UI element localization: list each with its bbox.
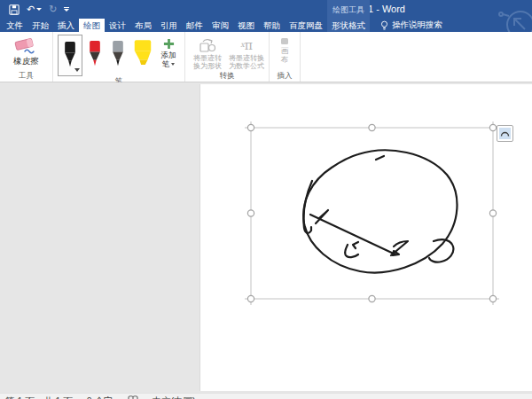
- undo-dropdown-caret[interactable]: [36, 8, 42, 11]
- tab-mailings[interactable]: 邮件: [182, 19, 207, 32]
- handle-bottom-center: [369, 295, 375, 301]
- handle-top-right: [489, 124, 496, 130]
- layout-options-button[interactable]: [497, 125, 513, 142]
- tab-baidu-netdisk[interactable]: 百度网盘: [285, 19, 327, 32]
- group-label-convert: 转换: [220, 71, 235, 82]
- tab-help[interactable]: 帮助: [259, 19, 285, 32]
- tab-draw[interactable]: 绘图: [79, 19, 105, 32]
- tab-insert[interactable]: 插入: [53, 19, 79, 32]
- ribbon-group-tools: 橡皮擦 工具: [0, 32, 53, 82]
- add-pen-label-line2: 笔: [162, 60, 170, 69]
- redo-button[interactable]: ↻: [49, 4, 57, 14]
- tab-review[interactable]: 审阅: [207, 19, 233, 32]
- title-bar: ↶ ↻ 文档1 - Word: [0, 0, 532, 19]
- ink-to-shape-label-line2: 换为形状: [193, 62, 222, 70]
- ink-line-end-loop: [393, 251, 399, 255]
- drawing-canvas-icon: [280, 37, 289, 45]
- language-status[interactable]: 中文(中国): [153, 395, 196, 399]
- save-button[interactable]: [9, 4, 20, 15]
- red-pen-button[interactable]: [84, 34, 106, 70]
- document-area: [0, 82, 532, 393]
- word-window: ↶ ↻ 文档1 - Word 绘图工具 文件 开始 插入 绘图 设计 布局 引用: [0, 0, 532, 399]
- handle-top-center: [369, 124, 375, 130]
- contextual-tab-header: 绘图工具: [327, 0, 370, 19]
- ink-top-notch: [376, 156, 384, 160]
- tab-home[interactable]: 开始: [27, 19, 53, 32]
- tell-me-label: 操作说明搜索: [392, 20, 442, 31]
- word-count-status[interactable]: 0 个字: [87, 395, 113, 399]
- canvas-label-char1: 画: [281, 46, 289, 55]
- ink-to-math-label-line2: 为数学公式: [229, 62, 264, 70]
- group-label-tools: 工具: [19, 71, 34, 82]
- drawing-canvas-button[interactable]: 画 布: [274, 34, 295, 64]
- handle-mid-left: [247, 210, 254, 216]
- ribbon-group-pens: 添加 笔 笔: [53, 32, 185, 82]
- layout-options-icon: [499, 128, 511, 139]
- undo-icon: ↶: [27, 4, 35, 14]
- add-pen-button[interactable]: 添加 笔: [157, 34, 180, 68]
- eraser-label: 橡皮擦: [13, 57, 39, 66]
- ribbon-empty-space: [301, 32, 532, 82]
- ink-sketch-face[interactable]: [303, 150, 457, 272]
- handle-bottom-right: [489, 295, 496, 301]
- tab-file[interactable]: 文件: [2, 19, 27, 32]
- ink-to-math-label-line1: 将墨迹转换: [229, 54, 264, 62]
- pen-options-caret[interactable]: [74, 68, 80, 72]
- eraser-button[interactable]: 橡皮擦: [10, 34, 43, 66]
- handle-mid-right: [489, 210, 496, 216]
- lightbulb-icon: [380, 20, 388, 31]
- page-number-status[interactable]: 第 1 页，共 1 页: [5, 395, 73, 399]
- eraser-icon: [13, 36, 40, 54]
- ink-nose-check: [353, 242, 358, 248]
- customize-quick-access-button[interactable]: [64, 7, 69, 12]
- tell-me-search[interactable]: 操作说明搜索: [380, 19, 442, 32]
- quick-access-toolbar: ↶ ↻: [0, 4, 69, 15]
- pencil-icon: [109, 38, 127, 70]
- ribbon-draw-tab-content: 橡皮擦 工具: [0, 32, 532, 82]
- add-pen-caret-icon: [171, 63, 175, 66]
- window-chrome: ↶ ↻ 文档1 - Word 绘图工具 文件 开始 插入 绘图 设计 布局 引用: [0, 0, 532, 32]
- ribbon-group-insert: 画 布 插入: [270, 32, 301, 82]
- undo-button[interactable]: ↶: [27, 4, 42, 14]
- black-pen-button[interactable]: [58, 35, 82, 76]
- highlighter-button[interactable]: [130, 34, 155, 70]
- selection-border: [245, 121, 499, 305]
- tab-shape-format[interactable]: 形状格式: [327, 19, 370, 32]
- ink-mouth: [345, 245, 358, 257]
- ink-to-math-button[interactable]: xπ 将墨迹转换 为数学公式: [229, 34, 264, 70]
- tab-layout[interactable]: 布局: [130, 19, 156, 32]
- canvas-label-char2: 布: [281, 55, 289, 64]
- ink-to-math-icon: xπ: [240, 36, 253, 54]
- customize-caret-icon: [64, 9, 69, 12]
- tab-references[interactable]: 引用: [156, 19, 182, 32]
- add-pen-plus-icon: [163, 38, 175, 50]
- proofing-status[interactable]: [128, 395, 138, 399]
- red-pen-icon: [86, 38, 104, 70]
- ribbon-group-convert: 将墨迹转 换为形状 xπ 将墨迹转换 为数学公式 转换: [185, 32, 270, 82]
- ink-to-shape-label-line1: 将墨迹转: [193, 54, 222, 62]
- save-icon: [9, 4, 20, 15]
- handle-bottom-left: [247, 295, 254, 301]
- redo-icon: ↻: [49, 4, 57, 14]
- ribbon-tab-row: 文件 开始 插入 绘图 设计 布局 引用 邮件 审阅 视图 帮助 百度网盘 形状…: [0, 19, 532, 32]
- group-label-insert: 插入: [278, 71, 293, 82]
- black-pen-icon: [61, 39, 79, 71]
- ink-to-shape-icon: [200, 38, 216, 53]
- ink-right-ear: [429, 239, 453, 262]
- handle-top-left: [247, 124, 254, 130]
- ink-glasses-line: [310, 215, 395, 254]
- tab-design[interactable]: 设计: [105, 19, 130, 32]
- tab-view[interactable]: 视图: [233, 19, 259, 32]
- proofing-book-icon: [128, 395, 138, 399]
- highlighter-icon: [132, 38, 153, 70]
- pencil-button[interactable]: [107, 34, 129, 70]
- status-bar: 第 1 页，共 1 页 0 个字 中文(中国): [0, 393, 532, 399]
- ink-to-shape-button[interactable]: 将墨迹转 换为形状: [190, 34, 225, 70]
- ink-selection-overlay: [0, 82, 532, 393]
